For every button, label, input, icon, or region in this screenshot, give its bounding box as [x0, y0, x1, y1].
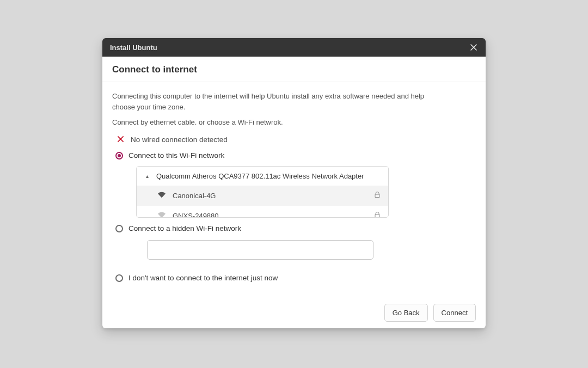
- radio-icon: [115, 274, 123, 282]
- network-row[interactable]: Canonical-4G: [137, 186, 388, 206]
- window-title: Install Ubuntu: [110, 44, 157, 52]
- network-ssid: Canonical-4G: [173, 192, 216, 200]
- wired-status: No wired connection detected: [115, 136, 476, 144]
- footer-buttons: Go Back Connect: [102, 297, 486, 328]
- option-none-label: I don't want to connect to the internet …: [128, 274, 278, 282]
- radio-icon: [115, 152, 123, 160]
- option-wifi-label: Connect to this Wi-Fi network: [128, 151, 224, 160]
- wifi-icon: [157, 191, 166, 200]
- network-ssid: GNXS-249880: [173, 212, 219, 217]
- go-back-button[interactable]: Go Back: [384, 304, 428, 322]
- network-list: Canonical-4G GNXS-249880: [137, 186, 388, 217]
- adapter-name: Qualcomm Atheros QCA9377 802.11ac Wirele…: [156, 172, 364, 180]
- wired-status-label: No wired connection detected: [131, 136, 228, 144]
- titlebar: Install Ubuntu: [102, 38, 486, 57]
- option-wifi[interactable]: Connect to this Wi-Fi network: [115, 151, 476, 160]
- description-line-2: Connect by ethernet cable. or choose a W…: [112, 117, 428, 128]
- option-hidden-wifi[interactable]: Connect to a hidden Wi-Fi network: [115, 224, 476, 232]
- network-row[interactable]: GNXS-249880: [137, 206, 388, 217]
- page-header: Connect to internet: [102, 57, 486, 82]
- option-hidden-label: Connect to a hidden Wi-Fi network: [128, 224, 241, 232]
- description-line-1: Connecting this computer to the internet…: [112, 91, 428, 113]
- page-title: Connect to internet: [112, 64, 476, 75]
- hidden-network-input[interactable]: [147, 240, 373, 260]
- installer-window: Install Ubuntu Connect to internet Conne…: [102, 38, 486, 328]
- error-x-icon: [115, 136, 125, 144]
- close-icon[interactable]: [469, 43, 478, 52]
- adapter-panel: ▴ Qualcomm Atheros QCA9377 802.11ac Wire…: [136, 166, 389, 218]
- lock-icon: [373, 191, 382, 200]
- content-area: Connecting this computer to the internet…: [102, 82, 486, 282]
- chevron-up-icon: ▴: [143, 173, 151, 179]
- wifi-icon: [157, 211, 166, 217]
- description-text: Connecting this computer to the internet…: [112, 91, 428, 128]
- option-no-internet[interactable]: I don't want to connect to the internet …: [115, 274, 476, 282]
- connect-button[interactable]: Connect: [433, 304, 476, 322]
- radio-icon: [115, 225, 123, 232]
- lock-icon: [373, 211, 382, 217]
- adapter-header[interactable]: ▴ Qualcomm Atheros QCA9377 802.11ac Wire…: [137, 167, 388, 186]
